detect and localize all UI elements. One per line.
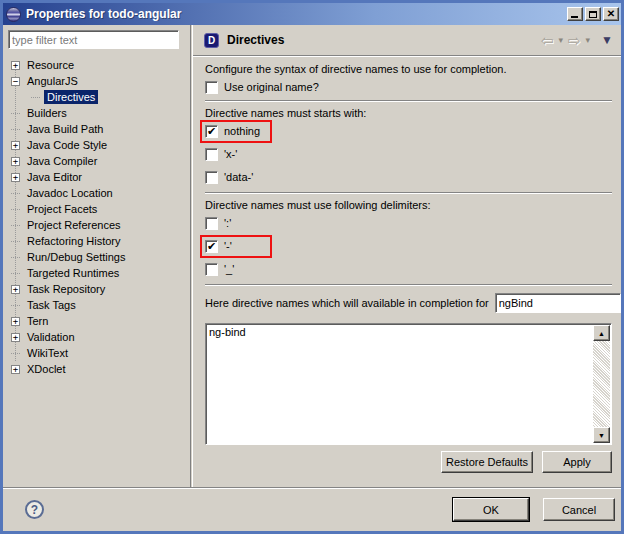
cancel-button[interactable]: Cancel — [543, 498, 615, 521]
expand-icon[interactable]: + — [11, 157, 20, 166]
tree-item-tern[interactable]: +Tern — [3, 313, 190, 329]
tree-item-java-compiler[interactable]: +Java Compiler — [3, 153, 190, 169]
tree-item-run-debug-settings[interactable]: Run/Debug Settings — [3, 249, 190, 265]
close-button[interactable]: ✕ — [603, 7, 619, 21]
maximize-icon — [589, 11, 597, 18]
tree-item-wikitext[interactable]: WikiText — [3, 345, 190, 361]
tree-item-label: Run/Debug Settings — [24, 250, 128, 264]
tree-item-java-code-style[interactable]: +Java Code Style — [3, 137, 190, 153]
help-icon[interactable]: ? — [25, 500, 44, 519]
footer: ? OK Cancel — [3, 487, 621, 531]
tree-connector — [11, 225, 20, 226]
tree-item-refactoring-history[interactable]: Refactoring History — [3, 233, 190, 249]
use-original-checkbox[interactable] — [205, 81, 218, 94]
expand-icon[interactable]: + — [11, 173, 20, 182]
tree-item-label: Task Repository — [24, 282, 108, 296]
tree-item-label: Targeted Runtimes — [24, 266, 122, 280]
starts-with-option-x[interactable]: 'x-' — [205, 147, 612, 161]
expand-icon[interactable]: + — [11, 317, 20, 326]
tree-item-directives[interactable]: Directives — [3, 89, 190, 105]
tree-connector — [11, 113, 20, 114]
tree-connector — [11, 273, 20, 274]
red-annotation-box: ✔'-' — [200, 235, 272, 258]
minimize-icon — [571, 16, 578, 18]
apply-button[interactable]: Apply — [542, 451, 612, 473]
expand-icon[interactable]: + — [11, 285, 20, 294]
expand-icon[interactable]: + — [11, 141, 20, 150]
delimiter-option-[interactable]: ✔'-' — [205, 239, 612, 253]
ok-button[interactable]: OK — [453, 498, 529, 521]
header-separator — [193, 55, 621, 57]
delimiter-option-[interactable]: '_' — [205, 262, 612, 276]
separator — [205, 100, 612, 102]
tree-item-builders[interactable]: Builders — [3, 105, 190, 121]
tree-item-label: Java Build Path — [24, 122, 106, 136]
checkbox-unchecked-icon[interactable] — [205, 148, 218, 161]
restore-defaults-button[interactable]: Restore Defaults — [441, 451, 533, 473]
filter-input[interactable] — [8, 30, 179, 49]
history-nav: ⇦ ▾ ⇨ ▾ ▼ — [541, 33, 613, 48]
tree-item-java-editor[interactable]: +Java Editor — [3, 169, 190, 185]
tree-item-targeted-runtimes[interactable]: Targeted Runtimes — [3, 265, 190, 281]
expand-icon[interactable]: + — [11, 365, 20, 374]
back-dropdown-icon[interactable]: ▾ — [558, 35, 563, 45]
sidebar: +Resource−AngularJSDirectivesBuildersJav… — [3, 25, 191, 487]
tree-item-javadoc-location[interactable]: Javadoc Location — [3, 185, 190, 201]
tree-connector — [11, 257, 20, 258]
use-original-label: Use original name? — [224, 81, 319, 93]
use-original-name-option[interactable]: Use original name? — [205, 80, 612, 94]
collapse-icon[interactable]: − — [11, 77, 20, 86]
tree-item-label: Project References — [24, 218, 124, 232]
scroll-down-icon[interactable]: ▼ — [593, 427, 610, 443]
back-icon[interactable]: ⇦ — [541, 33, 554, 48]
titlebar[interactable]: Properties for todo-angular ✕ — [3, 3, 621, 25]
forward-icon[interactable]: ⇨ — [568, 33, 581, 48]
option-label: nothing — [224, 125, 260, 137]
tree-item-label: Builders — [24, 106, 70, 120]
scroll-track[interactable] — [593, 341, 610, 427]
checkbox-unchecked-icon[interactable] — [205, 217, 218, 230]
expand-icon[interactable]: + — [11, 333, 20, 342]
separator — [205, 284, 612, 286]
vertical-scrollbar[interactable]: ▲ ▼ — [593, 325, 610, 443]
tree-item-label: Java Compiler — [24, 154, 100, 168]
checkbox-unchecked-icon[interactable] — [205, 171, 218, 184]
red-annotation-box: ✔nothing — [200, 120, 272, 143]
tree-item-project-references[interactable]: Project References — [3, 217, 190, 233]
maximize-button[interactable] — [585, 7, 601, 21]
tree-item-task-tags[interactable]: Task Tags — [3, 297, 190, 313]
tree-item-java-build-path[interactable]: Java Build Path — [3, 121, 190, 137]
view-menu-icon[interactable]: ▼ — [601, 33, 613, 47]
tree-connector — [31, 97, 40, 98]
tree-item-angularjs[interactable]: −AngularJS — [3, 73, 190, 89]
tree-item-task-repository[interactable]: +Task Repository — [3, 281, 190, 297]
tree-item-xdoclet[interactable]: +XDoclet — [3, 361, 190, 377]
page-title: Directives — [227, 33, 541, 47]
preview-textarea[interactable]: ng-bind ▲ ▼ — [205, 323, 612, 445]
tree-connector — [11, 241, 20, 242]
checkbox-unchecked-icon[interactable] — [205, 263, 218, 276]
starts-with-options: ✔nothing'x-''data-' — [205, 124, 612, 184]
forward-dropdown-icon[interactable]: ▾ — [586, 35, 591, 45]
tree-connector — [11, 353, 20, 354]
minimize-button[interactable] — [567, 7, 583, 21]
window-title: Properties for todo-angular — [26, 7, 567, 21]
scroll-up-icon[interactable]: ▲ — [593, 325, 610, 341]
tree-item-validation[interactable]: +Validation — [3, 329, 190, 345]
expand-icon[interactable]: + — [11, 61, 20, 70]
tree-connector — [11, 193, 20, 194]
delimiter-option-[interactable]: ':' — [205, 216, 612, 230]
starts-with-option-data[interactable]: 'data-' — [205, 170, 612, 184]
checkbox-checked-icon[interactable]: ✔ — [205, 125, 218, 138]
tree-item-project-facets[interactable]: Project Facets — [3, 201, 190, 217]
tree-connector — [11, 209, 20, 210]
checkbox-checked-icon[interactable]: ✔ — [205, 240, 218, 253]
tree-item-label: Java Editor — [24, 170, 85, 184]
completion-input[interactable] — [495, 293, 621, 313]
separator — [205, 192, 612, 194]
apply-row: Restore Defaults Apply — [205, 451, 612, 473]
directives-icon: D — [204, 33, 219, 48]
tree-item-label: Tern — [24, 314, 51, 328]
starts-with-option-nothing[interactable]: ✔nothing — [205, 124, 612, 138]
tree-item-resource[interactable]: +Resource — [3, 57, 190, 73]
